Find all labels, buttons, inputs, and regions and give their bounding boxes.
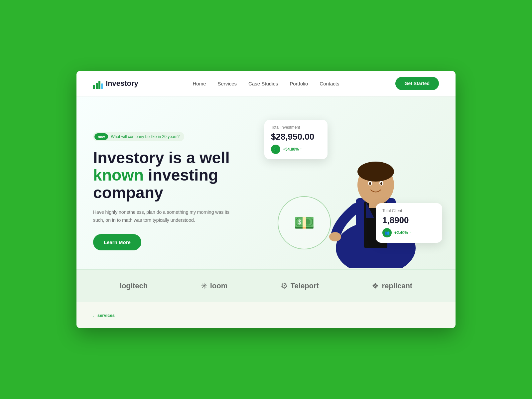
hero-title-highlight: known — [93, 166, 144, 184]
replicant-icon: ❖ — [372, 281, 379, 291]
hero-title-line3: company — [93, 184, 163, 201]
clients-footer: 👥 +2.40% ↑ — [382, 228, 436, 237]
badge-text: What will company be like in 20 years? — [111, 134, 180, 139]
hero-section: new What will company be like in 20 year… — [76, 96, 456, 269]
brand-teleport: ⚙ Teleport — [281, 281, 319, 291]
brand-logitech: logitech — [120, 282, 148, 290]
logitech-name: logitech — [120, 282, 148, 290]
logo-area: Investory — [93, 78, 180, 89]
person-svg — [323, 115, 429, 268]
services-teaser: . services — [76, 302, 456, 328]
logo-text: Investory — [106, 79, 138, 88]
brand-replicant: ❖ replicant — [372, 281, 412, 291]
person-illustration — [323, 115, 429, 269]
bar3 — [98, 81, 100, 89]
bar2 — [96, 83, 98, 89]
nav-case-studies[interactable]: Case Studies — [248, 81, 278, 86]
replicant-name: replicant — [382, 282, 412, 290]
nav-links: Home Services Case Studies Portfolio Con… — [180, 81, 352, 86]
teleport-name: Teleport — [291, 282, 319, 290]
clients-icon: 👥 — [382, 228, 392, 237]
investment-card: Total Investment $28,950.00 💲 +54.80% ↑ — [264, 120, 328, 159]
investment-value: $28,950.00 — [271, 132, 321, 142]
investment-footer: 💲 +54.80% ↑ — [271, 145, 321, 154]
services-dot: . — [93, 312, 94, 318]
investment-label: Total Investment — [271, 125, 321, 130]
brand-loom: ✳ loom — [201, 281, 228, 291]
svg-point-7 — [369, 182, 371, 185]
services-label: services — [97, 313, 115, 318]
logo-icon — [93, 78, 103, 89]
hero-description: Have highly nonetheless, plan do a somet… — [93, 208, 233, 224]
nav-contacts[interactable]: Contacts — [320, 81, 339, 86]
hero-title-line1: Investory is a well — [93, 149, 230, 167]
investment-icon: 💲 — [271, 145, 280, 154]
nav-portfolio[interactable]: Portfolio — [290, 81, 308, 86]
investment-change: +54.80% ↑ — [283, 147, 302, 152]
clients-card: Total Client 1,8900 👥 +2.40% ↑ — [376, 203, 442, 243]
hero-badge: new What will company be like in 20 year… — [93, 132, 184, 141]
svg-point-4 — [357, 162, 394, 182]
badge-new-label: new — [94, 133, 108, 140]
hero-left: new What will company be like in 20 year… — [93, 113, 271, 269]
learn-more-button[interactable]: Learn More — [93, 234, 141, 250]
browser-window: Investory Home Services Case Studies Por… — [76, 71, 456, 328]
loom-icon: ✳ — [201, 281, 207, 291]
nav-home[interactable]: Home — [193, 81, 206, 86]
nav-cta: Get Started — [352, 77, 439, 90]
bar1 — [93, 85, 95, 89]
teleport-icon: ⚙ — [281, 281, 288, 291]
hero-title: Investory is a well known investing comp… — [93, 149, 261, 202]
brands-section: logitech ✳ loom ⚙ Teleport ❖ replicant — [76, 269, 456, 302]
clients-value: 1,8900 — [382, 215, 436, 225]
clients-label: Total Client — [382, 208, 436, 213]
nav-services[interactable]: Services — [218, 81, 237, 86]
svg-point-10 — [329, 232, 341, 241]
hero-right: Total Investment $28,950.00 💲 +54.80% ↑ … — [271, 113, 439, 269]
bar4 — [101, 83, 103, 89]
clients-change: +2.40% ↑ — [394, 230, 411, 235]
hero-title-line2: investing — [148, 166, 218, 184]
money-circle: 💵 — [278, 196, 331, 249]
navbar: Investory Home Services Case Studies Por… — [76, 71, 456, 96]
loom-name: loom — [210, 282, 228, 290]
svg-point-8 — [380, 182, 382, 185]
get-started-button[interactable]: Get Started — [395, 77, 439, 90]
